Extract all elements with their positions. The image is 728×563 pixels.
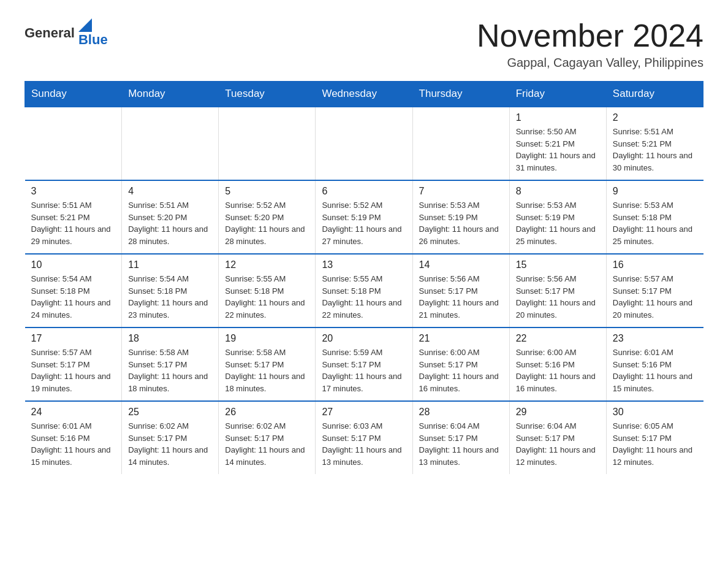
calendar-cell: 25Sunrise: 6:02 AM Sunset: 5:17 PM Dayli… <box>122 401 219 474</box>
header-monday: Monday <box>122 82 219 107</box>
day-detail: Sunrise: 6:04 AM Sunset: 5:17 PM Dayligh… <box>516 420 600 468</box>
day-detail: Sunrise: 5:54 AM Sunset: 5:18 PM Dayligh… <box>128 273 212 321</box>
calendar-cell: 21Sunrise: 6:00 AM Sunset: 5:17 PM Dayli… <box>412 327 509 401</box>
day-detail: Sunrise: 5:55 AM Sunset: 5:18 PM Dayligh… <box>322 273 406 321</box>
day-detail: Sunrise: 5:52 AM Sunset: 5:19 PM Dayligh… <box>322 199 406 247</box>
day-detail: Sunrise: 6:03 AM Sunset: 5:17 PM Dayligh… <box>322 420 406 468</box>
day-detail: Sunrise: 5:58 AM Sunset: 5:17 PM Dayligh… <box>128 347 212 394</box>
day-detail: Sunrise: 5:53 AM Sunset: 5:18 PM Dayligh… <box>613 199 697 247</box>
day-number: 26 <box>225 407 309 418</box>
calendar-cell: 16Sunrise: 5:57 AM Sunset: 5:17 PM Dayli… <box>606 254 703 327</box>
calendar-cell: 17Sunrise: 5:57 AM Sunset: 5:17 PM Dayli… <box>25 327 122 401</box>
calendar-cell: 6Sunrise: 5:52 AM Sunset: 5:19 PM Daylig… <box>316 180 412 254</box>
day-number: 27 <box>322 407 406 418</box>
day-number: 1 <box>516 112 600 123</box>
day-detail: Sunrise: 5:53 AM Sunset: 5:19 PM Dayligh… <box>419 199 503 247</box>
header-sunday: Sunday <box>25 82 122 107</box>
day-detail: Sunrise: 5:55 AM Sunset: 5:18 PM Dayligh… <box>225 273 309 321</box>
calendar-cell: 2Sunrise: 5:51 AM Sunset: 5:21 PM Daylig… <box>606 107 703 180</box>
day-detail: Sunrise: 6:00 AM Sunset: 5:16 PM Dayligh… <box>516 347 600 394</box>
calendar-cell: 24Sunrise: 6:01 AM Sunset: 5:16 PM Dayli… <box>25 401 122 474</box>
calendar-week-row: 24Sunrise: 6:01 AM Sunset: 5:16 PM Dayli… <box>25 401 703 474</box>
calendar-cell: 28Sunrise: 6:04 AM Sunset: 5:17 PM Dayli… <box>412 401 509 474</box>
day-number: 11 <box>128 259 212 270</box>
day-number: 8 <box>516 186 600 197</box>
day-number: 17 <box>31 333 116 344</box>
day-number: 21 <box>419 333 503 344</box>
svg-marker-0 <box>78 18 92 32</box>
calendar-cell <box>219 107 316 180</box>
day-detail: Sunrise: 6:01 AM Sunset: 5:16 PM Dayligh… <box>613 347 697 394</box>
calendar-subtitle: Gappal, Cagayan Valley, Philippines <box>477 56 703 70</box>
day-number: 20 <box>322 333 406 344</box>
calendar-week-row: 10Sunrise: 5:54 AM Sunset: 5:18 PM Dayli… <box>25 254 703 327</box>
day-number: 6 <box>322 186 406 197</box>
day-detail: Sunrise: 6:04 AM Sunset: 5:17 PM Dayligh… <box>419 420 503 468</box>
calendar-cell <box>316 107 412 180</box>
day-detail: Sunrise: 6:00 AM Sunset: 5:17 PM Dayligh… <box>419 347 503 394</box>
header-friday: Friday <box>509 82 606 107</box>
calendar-cell: 29Sunrise: 6:04 AM Sunset: 5:17 PM Dayli… <box>509 401 606 474</box>
calendar-cell: 23Sunrise: 6:01 AM Sunset: 5:16 PM Dayli… <box>606 327 703 401</box>
header-wednesday: Wednesday <box>316 82 412 107</box>
calendar-cell <box>122 107 219 180</box>
day-detail: Sunrise: 6:01 AM Sunset: 5:16 PM Dayligh… <box>31 420 116 468</box>
day-number: 22 <box>516 333 600 344</box>
calendar-week-row: 17Sunrise: 5:57 AM Sunset: 5:17 PM Dayli… <box>25 327 703 401</box>
header-saturday: Saturday <box>606 82 703 107</box>
day-detail: Sunrise: 5:56 AM Sunset: 5:17 PM Dayligh… <box>516 273 600 321</box>
day-number: 19 <box>225 333 309 344</box>
calendar-cell: 11Sunrise: 5:54 AM Sunset: 5:18 PM Dayli… <box>122 254 219 327</box>
logo: General Blue <box>25 18 108 48</box>
calendar-cell: 19Sunrise: 5:58 AM Sunset: 5:17 PM Dayli… <box>219 327 316 401</box>
calendar-cell: 30Sunrise: 6:05 AM Sunset: 5:17 PM Dayli… <box>606 401 703 474</box>
calendar-cell: 18Sunrise: 5:58 AM Sunset: 5:17 PM Dayli… <box>122 327 219 401</box>
header-thursday: Thursday <box>412 82 509 107</box>
calendar-cell: 5Sunrise: 5:52 AM Sunset: 5:20 PM Daylig… <box>219 180 316 254</box>
calendar-header-row: SundayMondayTuesdayWednesdayThursdayFrid… <box>25 82 703 107</box>
day-number: 18 <box>128 333 212 344</box>
day-number: 3 <box>31 186 116 197</box>
calendar-title: November 2024 <box>477 18 703 53</box>
calendar-cell: 8Sunrise: 5:53 AM Sunset: 5:19 PM Daylig… <box>509 180 606 254</box>
page-header: General Blue November 2024 Gappal, Cagay… <box>25 18 703 70</box>
calendar-cell: 1Sunrise: 5:50 AM Sunset: 5:21 PM Daylig… <box>509 107 606 180</box>
day-number: 16 <box>613 259 697 270</box>
calendar-cell: 20Sunrise: 5:59 AM Sunset: 5:17 PM Dayli… <box>316 327 412 401</box>
calendar-cell: 13Sunrise: 5:55 AM Sunset: 5:18 PM Dayli… <box>316 254 412 327</box>
day-number: 30 <box>613 407 697 418</box>
calendar-cell: 10Sunrise: 5:54 AM Sunset: 5:18 PM Dayli… <box>25 254 122 327</box>
calendar-week-row: 3Sunrise: 5:51 AM Sunset: 5:21 PM Daylig… <box>25 180 703 254</box>
day-number: 12 <box>225 259 309 270</box>
calendar-cell <box>25 107 122 180</box>
calendar-week-row: 1Sunrise: 5:50 AM Sunset: 5:21 PM Daylig… <box>25 107 703 180</box>
day-number: 7 <box>419 186 503 197</box>
day-number: 25 <box>128 407 212 418</box>
calendar-cell: 9Sunrise: 5:53 AM Sunset: 5:18 PM Daylig… <box>606 180 703 254</box>
day-detail: Sunrise: 5:53 AM Sunset: 5:19 PM Dayligh… <box>516 199 600 247</box>
day-detail: Sunrise: 5:57 AM Sunset: 5:17 PM Dayligh… <box>613 273 697 321</box>
day-detail: Sunrise: 5:57 AM Sunset: 5:17 PM Dayligh… <box>31 347 116 394</box>
header-tuesday: Tuesday <box>219 82 316 107</box>
calendar-cell: 12Sunrise: 5:55 AM Sunset: 5:18 PM Dayli… <box>219 254 316 327</box>
day-number: 28 <box>419 407 503 418</box>
day-detail: Sunrise: 6:02 AM Sunset: 5:17 PM Dayligh… <box>225 420 309 468</box>
day-number: 24 <box>31 407 116 418</box>
day-detail: Sunrise: 6:02 AM Sunset: 5:17 PM Dayligh… <box>128 420 212 468</box>
day-detail: Sunrise: 5:56 AM Sunset: 5:17 PM Dayligh… <box>419 273 503 321</box>
day-detail: Sunrise: 5:51 AM Sunset: 5:20 PM Dayligh… <box>128 199 212 247</box>
calendar-cell: 22Sunrise: 6:00 AM Sunset: 5:16 PM Dayli… <box>509 327 606 401</box>
calendar-cell: 14Sunrise: 5:56 AM Sunset: 5:17 PM Dayli… <box>412 254 509 327</box>
logo-text-blue: Blue <box>78 32 108 48</box>
day-number: 14 <box>419 259 503 270</box>
calendar-cell: 15Sunrise: 5:56 AM Sunset: 5:17 PM Dayli… <box>509 254 606 327</box>
day-detail: Sunrise: 5:51 AM Sunset: 5:21 PM Dayligh… <box>31 199 116 247</box>
day-detail: Sunrise: 5:51 AM Sunset: 5:21 PM Dayligh… <box>613 126 697 174</box>
calendar-cell: 26Sunrise: 6:02 AM Sunset: 5:17 PM Dayli… <box>219 401 316 474</box>
day-number: 5 <box>225 186 309 197</box>
day-number: 15 <box>516 259 600 270</box>
calendar-cell: 27Sunrise: 6:03 AM Sunset: 5:17 PM Dayli… <box>316 401 412 474</box>
title-block: November 2024 Gappal, Cagayan Valley, Ph… <box>477 18 703 70</box>
day-detail: Sunrise: 5:52 AM Sunset: 5:20 PM Dayligh… <box>225 199 309 247</box>
logo-triangle-icon <box>78 18 92 32</box>
